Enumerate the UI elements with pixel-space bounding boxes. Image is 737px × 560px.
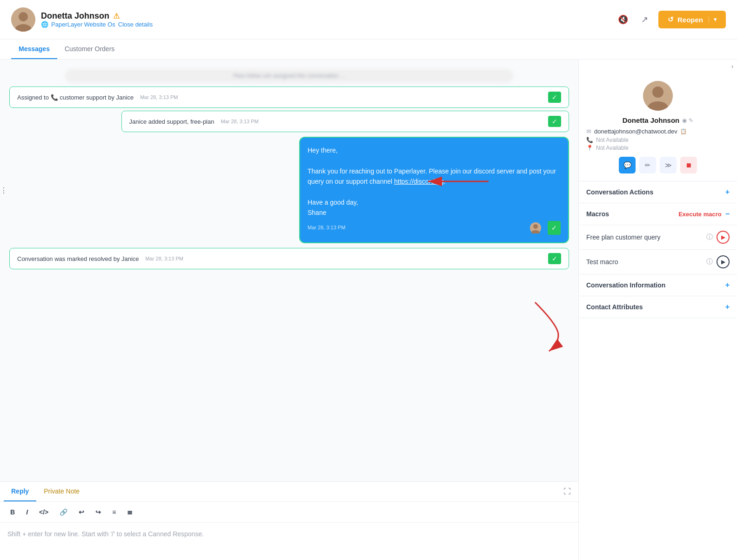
code-button[interactable]: </> — [36, 507, 51, 518]
header-left: Donetta Johnson ⚠ 🌐 PaperLayer Website O… — [11, 7, 153, 32]
tab-customer-orders[interactable]: Customer Orders — [57, 40, 122, 59]
reopen-label: Reopen — [677, 16, 703, 24]
section-macros: Macros Execute macro − Free plan custome… — [579, 203, 737, 274]
macro-actions-test: ⓘ ▶ — [706, 255, 730, 268]
contact-avatar — [643, 81, 673, 111]
reopen-chevron[interactable]: ▾ — [709, 16, 717, 23]
reply-tab[interactable]: Reply — [4, 482, 36, 501]
message-options[interactable]: ⋮ — [0, 186, 7, 194]
ul-button[interactable]: ≡ — [109, 507, 119, 518]
contact-icon-1: ◉ — [682, 117, 687, 124]
section-title-conversation-actions: Conversation Actions — [586, 188, 653, 196]
copy-icon[interactable]: 📋 — [680, 128, 687, 134]
contact-phone-row: 📞 Not Available — [586, 137, 730, 143]
link-button[interactable]: 🔗 — [57, 507, 70, 518]
svg-point-4 — [533, 224, 538, 229]
message-text: Janice added support, free-plan — [129, 118, 214, 125]
action-buttons: 💬 ✏ ≫ ⏹ — [586, 157, 730, 173]
bold-button[interactable]: B — [7, 507, 18, 518]
macro-info-icon-test[interactable]: ⓘ — [706, 258, 713, 266]
redo-button[interactable]: ↪ — [93, 507, 104, 518]
editor-input[interactable]: Shift + enter for new line. Start with '… — [0, 523, 578, 560]
ol-button[interactable]: ≣ — [124, 507, 135, 518]
run-macro-button-test[interactable]: ▶ — [717, 255, 730, 268]
reopen-button[interactable]: ↺ Reopen ▾ — [658, 11, 726, 28]
user-name: Donetta Johnson — [41, 11, 109, 21]
section-conversation-info: Conversation Information + — [579, 274, 737, 296]
blurred-message: Para follow ush assigned this conversati… — [65, 69, 513, 83]
sender-avatar — [530, 222, 541, 233]
execute-macro-label: Execute macro — [678, 211, 722, 218]
section-title-macros: Macros — [586, 210, 609, 218]
section-contact-attributes: Contact Attributes + — [579, 296, 737, 318]
message-text: Conversation was marked resolved by Jani… — [17, 255, 139, 262]
bubble-check: ✓ — [548, 221, 561, 235]
message-text: Assigned to 📞 customer support by Janice — [17, 94, 134, 101]
contact-location-row: 📍 Not Available — [586, 145, 730, 151]
chat-bubble-wrapper: ⋮ Hey there, Thank you for reaching out … — [9, 137, 569, 243]
header-right: 🔇 ↗ ↺ Reopen ▾ — [615, 11, 726, 28]
macro-info-icon[interactable]: ⓘ — [706, 233, 713, 241]
section-header-macros[interactable]: Macros Execute macro − — [579, 203, 737, 225]
reply-area: Reply Private Note ⛶ B I </> 🔗 ↩ ↪ ≡ ≣ S… — [0, 481, 578, 560]
reply-tab-group: Reply Private Note — [4, 482, 87, 501]
section-toggle-icon-macros: − — [725, 210, 730, 218]
share-button[interactable]: ↗ — [638, 12, 651, 27]
private-note-tab[interactable]: Private Note — [36, 482, 87, 501]
header-name: Donetta Johnson ⚠ — [41, 11, 153, 21]
section-toggle-icon-attributes: + — [725, 303, 730, 311]
header-info: Donetta Johnson ⚠ 🌐 PaperLayer Website O… — [41, 11, 153, 28]
message-time: Mar 28, 3:13 PM — [140, 94, 178, 100]
discord-link[interactable]: https://discord.gg — [394, 178, 444, 185]
section-header-contact-attributes[interactable]: Contact Attributes + — [579, 296, 737, 318]
reply-tabs: Reply Private Note ⛶ — [0, 482, 578, 502]
section-toggle-icon: + — [725, 188, 730, 196]
conversation-panel: Para follow ush assigned this conversati… — [0, 60, 579, 560]
mute-button[interactable]: 🔇 — [615, 12, 631, 27]
block-action-button[interactable]: ⏹ — [680, 157, 697, 173]
macro-actions-free-plan: ⓘ ▶ — [706, 231, 730, 244]
contact-icon-2: ✎ — [689, 117, 693, 124]
panel-collapse-chevron[interactable]: › — [579, 60, 737, 73]
chat-bubble: Hey there, Thank you for reaching out to… — [299, 137, 569, 243]
run-macro-button-free-plan[interactable]: ▶ — [717, 231, 730, 244]
macro-item-test: Test macro ⓘ ▶ — [579, 249, 737, 274]
italic-button[interactable]: I — [23, 507, 31, 518]
message-time: Mar 28, 3:13 PM — [221, 119, 258, 124]
edit-action-button[interactable]: ✏ — [639, 157, 656, 173]
main-content: Para follow ush assigned this conversati… — [0, 60, 737, 560]
contact-email-row: ✉ donettajohnson@chatwoot.dev 📋 — [586, 128, 730, 135]
bubble-content: Hey there, Thank you for reaching out to… — [308, 145, 561, 218]
forward-action-button[interactable]: ≫ — [660, 157, 677, 173]
section-conversation-actions: Conversation Actions + — [579, 181, 737, 203]
section-toggle-icon-info: + — [725, 281, 730, 289]
close-details-link[interactable]: Close details — [118, 21, 153, 28]
main-tabs: Messages Customer Orders — [0, 40, 737, 60]
message-time: Mar 28, 3:13 PM — [146, 256, 183, 261]
warning-icon: ⚠ — [113, 12, 120, 20]
contact-name: Donetta Johnson — [623, 116, 680, 124]
bubble-row: Hey there, Thank you for reaching out to… — [299, 137, 569, 243]
phone-icon: 📞 — [586, 137, 593, 143]
chat-action-button[interactable]: 💬 — [619, 157, 636, 173]
section-header-conversation-info[interactable]: Conversation Information + — [579, 274, 737, 296]
header-subtitle: 🌐 PaperLayer Website Os Close details — [41, 21, 153, 28]
editor-toolbar: B I </> 🔗 ↩ ↪ ≡ ≣ — [0, 502, 578, 523]
header: Donetta Johnson ⚠ 🌐 PaperLayer Website O… — [0, 0, 737, 40]
contact-name-row: Donetta Johnson ◉ ✎ — [586, 116, 730, 124]
contact-card: Donetta Johnson ◉ ✎ ✉ donettajohnson@cha… — [579, 73, 737, 181]
section-header-conversation-actions[interactable]: Conversation Actions + — [579, 181, 737, 203]
tab-messages[interactable]: Messages — [11, 40, 57, 59]
expand-icon[interactable]: ⛶ — [560, 484, 575, 500]
check-badge: ✓ — [548, 116, 561, 127]
undo-button[interactable]: ↩ — [76, 507, 87, 518]
bubble-footer: Mar 28, 3:13 PM ✓ — [308, 221, 561, 235]
contact-location: Not Available — [596, 145, 629, 151]
section-title-conversation-info: Conversation Information — [586, 281, 665, 289]
check-badge: ✓ — [548, 92, 561, 103]
user-avatar — [11, 7, 35, 32]
macro-name-free-plan: Free plan customer query — [586, 233, 661, 241]
section-title-contact-attributes: Contact Attributes — [586, 303, 643, 311]
macro-name-test: Test macro — [586, 258, 618, 266]
messages-area: Para follow ush assigned this conversati… — [0, 60, 578, 481]
